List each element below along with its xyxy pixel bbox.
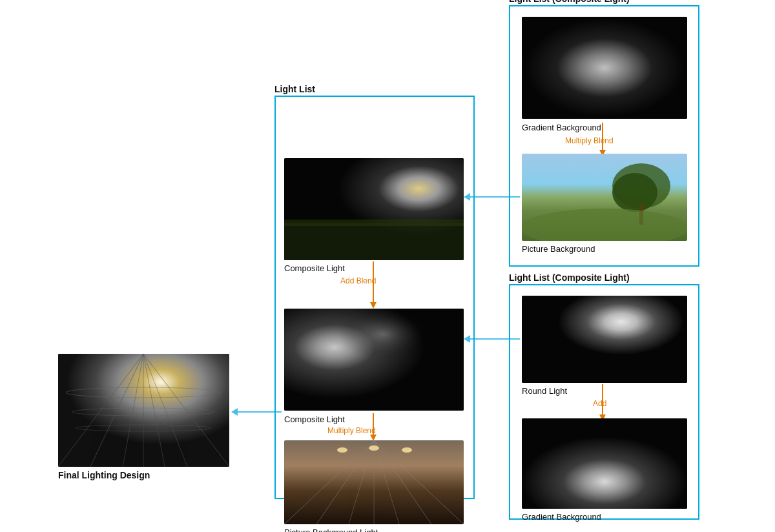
composite1-image: [284, 158, 464, 260]
composite2-image: [284, 309, 464, 411]
gradient-bg-top-label: Gradient Background: [522, 123, 601, 132]
final-lighting-image: [58, 354, 229, 467]
final-lighting-label: Final Lighting Design: [58, 470, 150, 480]
svg-point-42: [402, 447, 412, 453]
light-list-main-label: Light List: [274, 84, 315, 94]
gradient-bg-top-image: [522, 17, 687, 119]
svg-rect-53: [522, 418, 687, 509]
multiply1-label: Multiply Blend: [565, 136, 614, 145]
picture-bg-image: [522, 154, 687, 241]
light-list-composite1-label: Light List (Composite Light): [509, 0, 630, 4]
picture-bg-light-image: [284, 440, 464, 524]
add2-label: Add: [593, 399, 606, 408]
svg-rect-27: [284, 223, 464, 260]
picture-bg-label: Picture Background: [522, 244, 595, 254]
svg-marker-13: [231, 408, 238, 416]
gradient-bg-bottom-image: [522, 418, 687, 509]
diagram: Light List Light List (Composite Light) …: [0, 0, 775, 532]
composite2-label: Composite Light: [284, 414, 345, 424]
light-list-composite2-label: Light List (Composite Light): [509, 272, 630, 283]
svg-point-47: [612, 173, 657, 212]
add-blend-label: Add Blend: [340, 276, 376, 285]
svg-rect-31: [284, 309, 464, 411]
composite1-label: Composite Light: [284, 263, 345, 273]
gradient-bg-bottom-label: Gradient Background: [522, 512, 601, 522]
svg-point-41: [369, 445, 379, 451]
round-light-label: Round Light: [522, 386, 567, 396]
round-light-image: [522, 296, 687, 383]
multiply2-label: Multiply Blend: [327, 426, 376, 435]
svg-rect-44: [522, 17, 687, 119]
svg-rect-51: [522, 296, 687, 383]
light-list-main-box: [274, 96, 475, 499]
svg-point-40: [337, 447, 347, 453]
svg-rect-28: [284, 220, 464, 226]
picture-bg-light-label: Picture Background Light: [284, 527, 378, 532]
